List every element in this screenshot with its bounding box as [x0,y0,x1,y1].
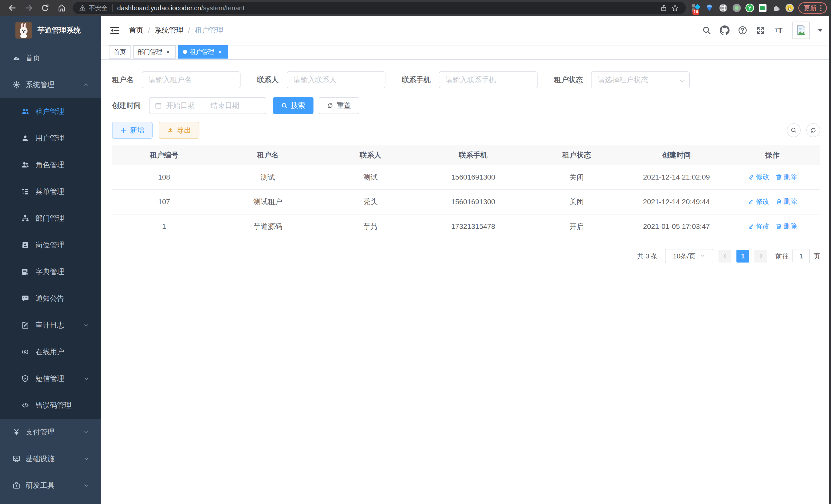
url-text[interactable]: dashboard.yudao.iocoder.cn/system/tenant [117,4,245,12]
extension-y-icon[interactable]: Y [745,4,754,12]
extension-grid-icon[interactable]: 10 [691,3,700,12]
extension-balloon-icon[interactable] [705,3,714,12]
add-button[interactable]: 新增 [112,122,153,139]
github-icon[interactable] [719,25,730,35]
end-date-placeholder[interactable]: 结束日期 [210,101,239,111]
browser-back-icon[interactable] [5,1,20,14]
reset-button[interactable]: 重置 [319,97,359,114]
app-logo-row[interactable]: 芋道管理系统 [0,16,101,45]
sidebar-collapse-icon[interactable] [109,25,120,36]
tab-home[interactable]: 首页 [109,45,131,59]
sidebar-item-system-management[interactable]: 系统管理 [0,71,101,98]
fullscreen-icon[interactable] [755,25,766,35]
sidebar-item-home[interactable]: 首页 [0,45,101,71]
filter-row-1: 租户名 联系人 联系手机 租户状态 [112,71,820,88]
share-icon[interactable] [658,1,669,14]
goto-page-input[interactable] [793,249,810,263]
sidebar-item-payment-management[interactable]: 支付管理 [0,419,101,445]
sidebar-item-label: 首页 [26,53,40,63]
gear-icon [12,81,21,89]
sidebar-item-label: 系统管理 [26,80,55,90]
sidebar-item-dev-tools[interactable]: 研发工具 [0,472,101,499]
search-button[interactable]: 搜索 [273,97,314,114]
next-page-button[interactable] [754,250,767,263]
browser-menu-icon[interactable] [820,5,822,11]
toggle-search-icon[interactable] [787,123,801,137]
browser-home-icon[interactable] [55,1,69,14]
sidebar-item-post-management[interactable]: 岗位管理 [0,232,101,259]
status-select[interactable] [591,71,690,88]
column-header: 联系人 [320,145,422,165]
sidebar-item-dict-management[interactable]: 字典管理 [0,259,101,285]
column-header: 操作 [725,145,820,165]
sidebar-item-label: 通知公告 [35,294,64,303]
extension-badge: 10 [692,9,699,14]
avatar-dropdown-icon[interactable] [818,29,823,32]
roles-icon [21,161,29,169]
browser-update-button[interactable]: 更新 [798,2,827,13]
tenant-name-input[interactable] [142,71,240,88]
sidebar-item-dept-management[interactable]: 部门管理 [0,205,101,232]
page-number-1[interactable]: 1 [737,250,749,263]
sidebar-item-sms-management[interactable]: 短信管理 [0,365,101,392]
cell-status: 关闭 [525,165,628,189]
delete-link[interactable]: 删除 [775,222,797,231]
cell-id: 1 [112,214,216,239]
edit-link[interactable]: 修改 [748,172,769,181]
edit-pencil-icon [748,198,754,205]
browser-forward-icon[interactable] [22,1,36,14]
sidebar-item-notice-announcement[interactable]: 通知公告 [0,285,101,312]
breadcrumb-system[interactable]: 系统管理 [155,25,183,35]
yen-icon [12,428,21,436]
close-icon[interactable] [217,49,223,55]
sidebar-item-tenant-management[interactable]: 租户管理 [0,98,101,125]
edit-link[interactable]: 修改 [748,197,769,206]
tab-dept-management[interactable]: 部门管理 [133,45,176,59]
window-right-edge [829,0,831,504]
sidebar-item-infrastructure[interactable]: 基础设施 [0,445,101,472]
sidebar-item-menu-management[interactable]: 菜单管理 [0,178,101,205]
app-title: 芋道管理系统 [37,25,81,35]
user-avatar[interactable] [793,22,810,39]
delete-link[interactable]: 删除 [775,197,797,206]
sidebar-item-error-code-management[interactable]: 错误码管理 [0,392,101,419]
sidebar-item-role-management[interactable]: 角色管理 [0,152,101,178]
create-time-range-picker[interactable]: 开始日期 - 结束日期 [149,97,266,114]
extension-puzzle-icon[interactable] [771,3,780,12]
column-header: 租户编号 [112,145,216,165]
extension-record-icon[interactable] [733,4,741,12]
refresh-table-icon[interactable] [806,123,820,137]
tab-tenant-management[interactable]: 租户管理 [178,45,228,59]
table-row: 108测试测试15601691300关闭2021-12-14 21:02:09修… [112,165,820,189]
sidebar-item-audit-log[interactable]: 审计日志 [0,312,101,338]
extension-chat-icon[interactable] [759,4,767,12]
shield-check-icon [21,375,29,383]
font-size-icon[interactable]: TT [773,25,784,35]
export-button[interactable]: 导出 [159,122,199,139]
comment-icon [21,294,29,303]
page-size-select[interactable]: 10条/页 [665,249,713,263]
help-icon[interactable] [738,25,748,35]
breadcrumb-home[interactable]: 首页 [129,25,143,35]
mobile-input[interactable] [439,71,538,88]
close-icon[interactable] [165,49,171,55]
extension-command-icon[interactable] [719,3,728,12]
trash-icon [775,174,782,180]
security-label[interactable]: 不安全 [89,4,107,12]
sidebar-item-user-management[interactable]: 用户管理 [0,125,101,152]
profile-avatar-icon[interactable] [785,3,794,12]
url-bar[interactable]: 不安全 dashboard.yudao.iocoder.cn/system/te… [73,2,686,14]
chevron-up-icon [83,81,90,88]
trash-icon [775,198,782,205]
header-search-icon[interactable] [701,25,712,35]
contact-label: 联系人 [257,75,279,85]
prev-page-button[interactable] [718,250,731,263]
mobile-label: 联系手机 [402,75,431,85]
browser-reload-icon[interactable] [38,1,52,14]
bookmark-star-icon[interactable] [669,1,681,14]
sidebar-item-online-users[interactable]: 在线用户 [0,338,101,365]
contact-input[interactable] [287,71,385,88]
delete-link[interactable]: 删除 [775,172,797,181]
edit-link[interactable]: 修改 [748,222,769,231]
start-date-placeholder[interactable]: 开始日期 [166,101,195,111]
